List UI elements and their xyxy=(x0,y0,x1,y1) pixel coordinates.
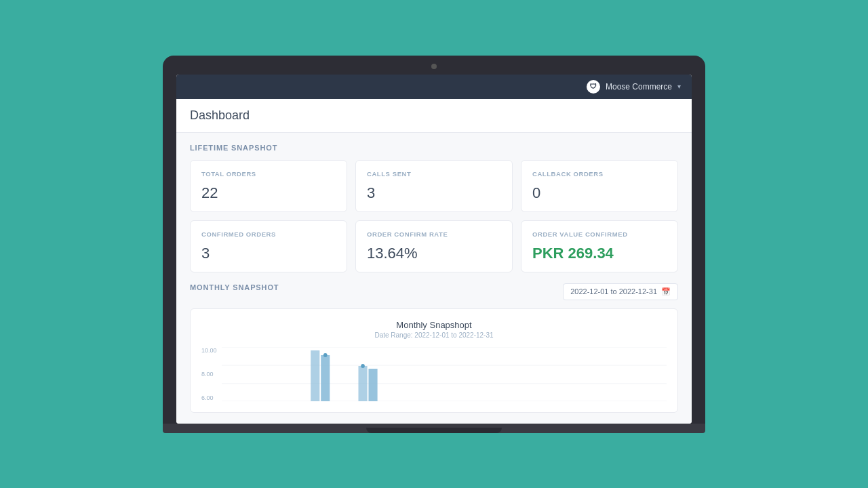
lifetime-snapshot-section: LIFETIME SNAPSHOT TOTAL ORDERS 22 CALLS … xyxy=(190,144,678,272)
chart-bar-3 xyxy=(358,366,367,401)
monthly-header: MONTHLY SNAPSHOT 2022-12-01 to 2022-12-3… xyxy=(190,283,678,300)
callback-orders-label: CALLBACK ORDERS xyxy=(532,170,667,178)
monthly-snapshot-section: MONTHLY SNAPSHOT 2022-12-01 to 2022-12-3… xyxy=(190,283,678,413)
confirmed-orders-value: 3 xyxy=(201,245,336,262)
order-value-card: ORDER VALUE CONFIRMED PKR 269.34 xyxy=(521,220,678,272)
app-topbar: 🛡 Moose Commerce ▾ xyxy=(176,75,692,99)
chart-bar-2 xyxy=(321,355,330,401)
topbar-chevron-icon: ▾ xyxy=(677,83,681,90)
laptop-base xyxy=(163,424,705,433)
laptop-frame: 🛡 Moose Commerce ▾ Dashboard LIFETIME SN… xyxy=(163,56,705,433)
monthly-snapshot-label: MONTHLY SNAPSHOT xyxy=(190,283,279,291)
order-value-value: PKR 269.34 xyxy=(532,245,667,262)
chart-title: Monthly Snapshopt xyxy=(201,320,667,330)
brand-logo: 🛡 xyxy=(587,80,600,94)
y-label-6: 6.00 xyxy=(201,394,220,401)
callback-orders-value: 0 xyxy=(532,184,667,202)
date-range-text: 2022-12-01 to 2022-12-31 xyxy=(570,287,657,296)
stats-row-1: TOTAL ORDERS 22 CALLS SENT 3 CALLBACK OR… xyxy=(190,160,678,212)
calls-sent-value: 3 xyxy=(367,184,501,202)
date-range-picker[interactable]: 2022-12-01 to 2022-12-31 📅 xyxy=(563,283,678,300)
page-title: Dashboard xyxy=(190,108,250,122)
chart-point-2 xyxy=(361,364,365,368)
y-label-10: 10.00 xyxy=(201,347,220,354)
chart-point-1 xyxy=(323,353,328,357)
lifetime-snapshot-label: LIFETIME SNAPSHOT xyxy=(190,144,678,152)
chart-area: 10.00 8.00 6.00 xyxy=(201,347,667,401)
monthly-chart-container: Monthly Snapshopt Date Range: 2022-12-01… xyxy=(190,308,678,413)
chart-bar-1 xyxy=(311,350,319,401)
total-orders-label: TOTAL ORDERS xyxy=(201,170,336,178)
stats-row-2: CONFIRMED ORDERS 3 ORDER CONFIRM RATE 13… xyxy=(190,220,678,272)
calls-sent-card: CALLS SENT 3 xyxy=(355,160,513,212)
total-orders-card: TOTAL ORDERS 22 xyxy=(190,160,347,212)
main-content: LIFETIME SNAPSHOT TOTAL ORDERS 22 CALLS … xyxy=(176,133,692,424)
chart-y-labels: 10.00 8.00 6.00 xyxy=(201,347,220,401)
confirmed-orders-label: CONFIRMED ORDERS xyxy=(201,230,336,238)
app-content: Dashboard LIFETIME SNAPSHOT TOTAL ORDERS… xyxy=(176,99,692,424)
calls-sent-label: CALLS SENT xyxy=(367,170,501,178)
chart-subtitle: Date Range: 2022-12-01 to 2022-12-31 xyxy=(201,331,667,339)
chart-svg xyxy=(222,347,667,401)
order-value-label: ORDER VALUE CONFIRMED xyxy=(532,230,667,238)
chart-svg-area xyxy=(222,347,667,401)
laptop-camera xyxy=(431,64,437,69)
page-header: Dashboard xyxy=(176,99,692,133)
callback-orders-card: CALLBACK ORDERS 0 xyxy=(521,160,678,212)
total-orders-value: 22 xyxy=(201,184,336,202)
y-label-8: 8.00 xyxy=(201,371,220,378)
laptop-body: 🛡 Moose Commerce ▾ Dashboard LIFETIME SN… xyxy=(163,56,705,424)
brand-name: Moose Commerce xyxy=(606,82,672,92)
confirm-rate-value: 13.64% xyxy=(367,245,501,262)
confirm-rate-card: ORDER CONFIRM RATE 13.64% xyxy=(355,220,513,272)
confirmed-orders-card: CONFIRMED ORDERS 3 xyxy=(190,220,347,272)
calendar-icon: 📅 xyxy=(661,287,671,296)
chart-bar-4 xyxy=(368,369,377,401)
confirm-rate-label: ORDER CONFIRM RATE xyxy=(367,230,501,238)
laptop-screen: 🛡 Moose Commerce ▾ Dashboard LIFETIME SN… xyxy=(176,75,692,424)
